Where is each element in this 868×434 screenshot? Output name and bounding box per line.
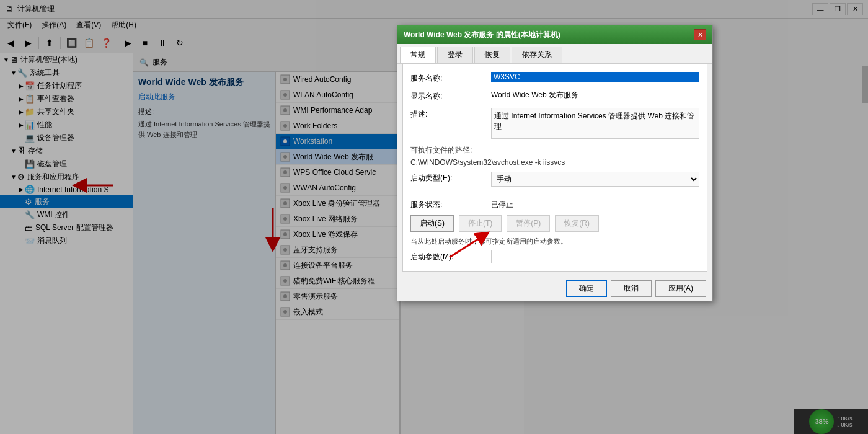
service-properties-modal: World Wide Web 发布服务 的属性(本地计算机) ✕ 常规 登录 恢… bbox=[397, 25, 713, 301]
description-label: 描述: bbox=[410, 108, 491, 120]
pause-button[interactable]: 暂停(P) bbox=[507, 215, 550, 232]
service-status-label: 服务状态: bbox=[410, 200, 491, 210]
startup-param-input[interactable] bbox=[491, 250, 699, 264]
service-name-value: W3SVC bbox=[491, 72, 699, 82]
modal-body: 服务名称: W3SVC 显示名称: World Wide Web 发布服务 描述… bbox=[402, 64, 707, 272]
description-row: 描述: bbox=[410, 108, 699, 139]
service-status-row: 服务状态: 已停止 bbox=[410, 200, 699, 210]
resume-button[interactable]: 恢复(R) bbox=[555, 215, 599, 232]
ok-button[interactable]: 确定 bbox=[566, 280, 607, 297]
service-name-row: 服务名称: W3SVC bbox=[410, 72, 699, 84]
startup-desc: 当从此处启动服务时，你可指定所适用的启动参数。 bbox=[410, 237, 699, 246]
modal-close-button[interactable]: ✕ bbox=[694, 29, 706, 40]
apply-button[interactable]: 应用(A) bbox=[655, 280, 706, 297]
service-status-value: 已停止 bbox=[491, 200, 513, 210]
tab-dependencies[interactable]: 依存关系 bbox=[512, 46, 562, 63]
display-name-label: 显示名称: bbox=[410, 90, 491, 102]
service-name-label: 服务名称: bbox=[410, 72, 491, 84]
exe-path-label: 可执行文件的路径: bbox=[410, 145, 699, 156]
tab-login[interactable]: 登录 bbox=[437, 46, 473, 63]
startup-type-row: 启动类型(E): 手动 自动 禁用 自动(延迟启动) bbox=[410, 172, 699, 187]
modal-title: World Wide Web 发布服务 的属性(本地计算机) bbox=[404, 30, 560, 40]
stop-button[interactable]: 停止(T) bbox=[459, 215, 502, 232]
modal-footer: 确定 取消 应用(A) bbox=[397, 277, 712, 301]
modal-title-bar: World Wide Web 发布服务 的属性(本地计算机) ✕ bbox=[397, 25, 712, 44]
divider bbox=[410, 193, 699, 193]
display-name-row: 显示名称: World Wide Web 发布服务 bbox=[410, 90, 699, 102]
start-button[interactable]: 启动(S) bbox=[410, 215, 454, 232]
control-buttons: 启动(S) 停止(T) 暂停(P) 恢复(R) bbox=[410, 215, 699, 232]
tab-recovery[interactable]: 恢复 bbox=[474, 46, 510, 63]
startup-param-row: 启动参数(M): bbox=[410, 250, 699, 264]
display-name-value: World Wide Web 发布服务 bbox=[491, 90, 699, 100]
modal-tabs: 常规 登录 恢复 依存关系 bbox=[397, 44, 712, 64]
tab-general[interactable]: 常规 bbox=[400, 46, 436, 63]
cancel-button[interactable]: 取消 bbox=[611, 280, 652, 297]
modal-overlay: World Wide Web 发布服务 的属性(本地计算机) ✕ 常规 登录 恢… bbox=[0, 0, 868, 434]
exe-path-value: C:\WINDOWS\system32\svchost.exe -k iissv… bbox=[410, 158, 699, 167]
startup-type-select[interactable]: 手动 自动 禁用 自动(延迟启动) bbox=[491, 172, 699, 187]
startup-type-label: 启动类型(E): bbox=[410, 172, 491, 184]
description-textarea[interactable] bbox=[491, 108, 699, 139]
startup-param-label: 启动参数(M): bbox=[410, 252, 491, 262]
